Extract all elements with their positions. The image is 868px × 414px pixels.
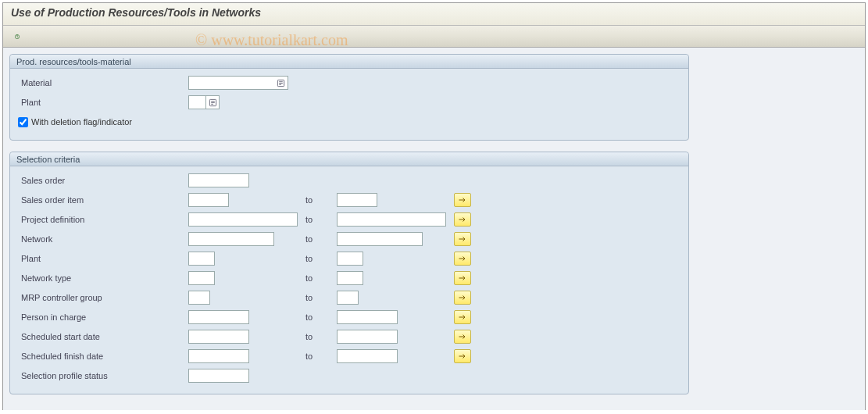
window: Use of Production Resources/Tools in Net… bbox=[2, 2, 866, 410]
person-from[interactable] bbox=[188, 310, 249, 324]
person-label: Person in charge bbox=[16, 312, 188, 322]
sched-finish-from[interactable] bbox=[188, 349, 249, 363]
crit-plant-from[interactable] bbox=[188, 252, 215, 266]
material-label: Material bbox=[16, 78, 188, 87]
network-type-label: Network type bbox=[16, 273, 188, 283]
crit-plant-multi[interactable] bbox=[454, 252, 471, 266]
arrow-right-icon bbox=[458, 216, 467, 223]
arrow-right-icon bbox=[458, 294, 467, 302]
sales-order-item-label: Sales order item bbox=[16, 195, 188, 205]
arrow-right-icon bbox=[458, 255, 467, 262]
mrp-ctrl-label: MRP controller group bbox=[16, 293, 188, 302]
to-label: to bbox=[305, 352, 337, 361]
sales-order-label: Sales order bbox=[16, 176, 188, 185]
network-type-from[interactable] bbox=[188, 271, 215, 285]
arrow-right-icon bbox=[458, 313, 467, 321]
person-multi[interactable] bbox=[454, 310, 471, 324]
title-bar: Use of Production Resources/Tools in Net… bbox=[3, 3, 865, 26]
crit-plant-label: Plant bbox=[16, 254, 188, 263]
execute-icon bbox=[14, 31, 20, 42]
mrp-ctrl-multi[interactable] bbox=[454, 291, 471, 305]
arrow-right-icon bbox=[458, 274, 467, 282]
sched-finish-to[interactable] bbox=[337, 349, 398, 363]
mrp-ctrl-to[interactable] bbox=[337, 291, 359, 305]
arrow-right-icon bbox=[458, 196, 467, 204]
deletion-flag-checkbox[interactable] bbox=[18, 117, 28, 127]
sales-order-item-to[interactable] bbox=[337, 193, 377, 207]
sched-start-to[interactable] bbox=[337, 330, 398, 344]
searchhelp-icon bbox=[277, 79, 285, 87]
panel-prt-material-header: Prod. resources/tools-material bbox=[10, 55, 688, 69]
project-def-multi[interactable] bbox=[454, 212, 471, 227]
execute-button[interactable] bbox=[9, 29, 25, 45]
sales-order-item-from[interactable] bbox=[188, 193, 229, 207]
to-label: to bbox=[305, 293, 337, 302]
page-title: Use of Production Resources/Tools in Net… bbox=[11, 6, 261, 19]
toolbar bbox=[3, 26, 865, 48]
to-label: to bbox=[305, 215, 337, 224]
sel-profile-input[interactable] bbox=[188, 369, 249, 383]
sales-order-item-multi[interactable] bbox=[454, 193, 471, 207]
project-def-label: Project definition bbox=[16, 215, 188, 224]
sched-finish-label: Scheduled finish date bbox=[16, 352, 188, 361]
plant-input[interactable] bbox=[188, 95, 205, 109]
sched-start-from[interactable] bbox=[188, 330, 249, 344]
arrow-right-icon bbox=[458, 352, 467, 360]
sched-start-multi[interactable] bbox=[454, 330, 471, 344]
arrow-right-icon bbox=[458, 333, 467, 341]
material-searchhelp[interactable] bbox=[274, 76, 288, 90]
to-label: to bbox=[305, 312, 337, 322]
material-input[interactable] bbox=[188, 76, 274, 90]
network-type-multi[interactable] bbox=[454, 271, 471, 285]
sales-order-input[interactable] bbox=[188, 173, 249, 187]
content-area: Prod. resources/tools-material Material … bbox=[3, 48, 865, 410]
network-to[interactable] bbox=[337, 232, 423, 246]
deletion-flag-label: With deletion flag/indicator bbox=[31, 117, 132, 127]
to-label: to bbox=[305, 254, 337, 263]
crit-plant-to[interactable] bbox=[337, 252, 363, 266]
mrp-ctrl-from[interactable] bbox=[188, 291, 210, 305]
searchhelp-icon bbox=[209, 98, 217, 107]
project-def-to[interactable] bbox=[337, 212, 446, 227]
sched-finish-multi[interactable] bbox=[454, 349, 471, 363]
to-label: to bbox=[305, 195, 337, 205]
arrow-right-icon bbox=[458, 235, 467, 243]
plant-searchhelp[interactable] bbox=[205, 95, 220, 109]
panel-selection-criteria-header: Selection criteria bbox=[10, 152, 688, 166]
plant-label: Plant bbox=[16, 98, 188, 107]
to-label: to bbox=[305, 332, 337, 341]
project-def-from[interactable] bbox=[188, 212, 298, 227]
person-to[interactable] bbox=[337, 310, 398, 324]
sel-profile-label: Selection profile status bbox=[16, 371, 188, 380]
network-label: Network bbox=[16, 234, 188, 244]
sched-start-label: Scheduled start date bbox=[16, 332, 188, 341]
network-multi[interactable] bbox=[454, 232, 471, 246]
network-type-to[interactable] bbox=[337, 271, 363, 285]
network-from[interactable] bbox=[188, 232, 274, 246]
to-label: to bbox=[305, 273, 337, 283]
panel-selection-criteria: Selection criteria Sales order Sales ord… bbox=[9, 152, 689, 394]
to-label: to bbox=[305, 234, 337, 244]
panel-prt-material: Prod. resources/tools-material Material … bbox=[9, 54, 689, 141]
svg-line-3 bbox=[17, 37, 18, 37]
